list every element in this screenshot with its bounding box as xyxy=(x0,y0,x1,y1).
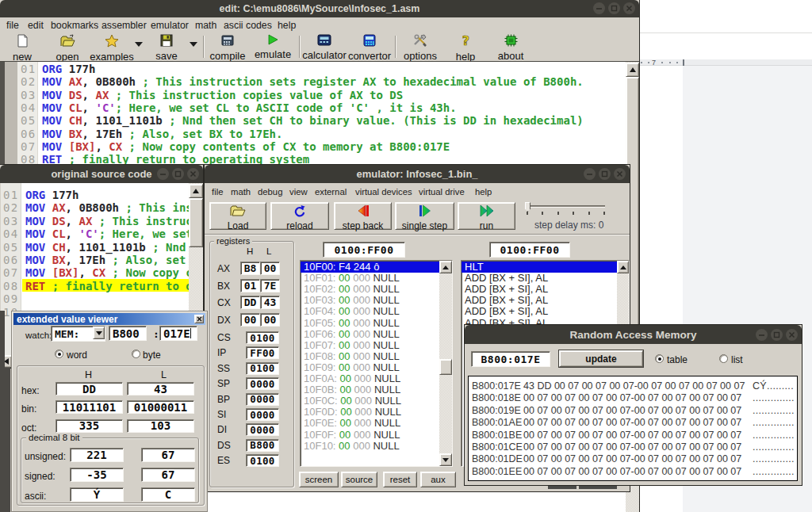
screen-button[interactable]: screen xyxy=(299,472,339,487)
segment-field[interactable]: B800 xyxy=(109,326,147,341)
emulator-menu-debug[interactable]: debug xyxy=(258,187,282,197)
single-step-button[interactable]: single step xyxy=(395,202,454,230)
minimize-icon[interactable] xyxy=(584,168,596,180)
edit-menu-bookmarks[interactable]: bookmarks xyxy=(51,20,98,31)
close-icon[interactable] xyxy=(194,315,204,323)
scroll-up-icon[interactable] xyxy=(189,184,203,198)
reload-button[interactable]: reload xyxy=(270,202,329,230)
word-radio[interactable] xyxy=(55,350,63,358)
ram-row-1[interactable]: B800:018E00 07 00 07 00 07 00 07-00 07 0… xyxy=(469,392,797,404)
step-back-button[interactable]: step back xyxy=(334,202,392,230)
disasm-row-2[interactable]: ADD [BX + SI], AL xyxy=(462,284,629,295)
memory-row-10[interactable]: 10F0A: 00 000 NULL xyxy=(301,373,452,384)
scroll-up-icon[interactable] xyxy=(617,261,629,273)
source-button[interactable]: source xyxy=(341,472,377,487)
Load-button[interactable]: Load xyxy=(209,202,266,230)
viewer-signed-l-field[interactable]: 67 xyxy=(141,468,195,482)
viewer-unsigned-l-field[interactable]: 67 xyxy=(141,448,195,462)
register-CX-h-field[interactable]: DD xyxy=(240,296,260,309)
close-icon[interactable] xyxy=(623,2,635,14)
memory-row-6[interactable]: 10F06: 00 000 NULL xyxy=(301,329,452,340)
memory-row-9[interactable]: 10F09: 00 000 NULL xyxy=(301,362,452,373)
memory-row-14[interactable]: 10F0E: 00 000 NULL xyxy=(301,418,452,429)
register-DX-h-field[interactable]: 00 xyxy=(240,313,260,327)
ram-row-5[interactable]: B800:01CE00 07 00 07 00 07 00 07-00 07 0… xyxy=(469,441,797,453)
register-ES-field[interactable]: 0100 xyxy=(246,454,279,467)
emulator-menu-virtual-devices[interactable]: virtual devices xyxy=(355,187,412,197)
maximize-icon[interactable] xyxy=(599,168,611,180)
register-SP-field[interactable]: 0000 xyxy=(246,377,279,390)
disasm-row-4[interactable]: ADD [BX + SI], AL xyxy=(462,306,629,317)
edit-titlebar[interactable]: edit: C:\emu8086\MySource\Infosec_1.asm xyxy=(0,0,639,17)
edit-menu-math[interactable]: math xyxy=(195,20,216,31)
viewer-bin-h-field[interactable]: 11011101 xyxy=(56,400,123,414)
memory-list[interactable]: 10F00: F4 244 ô10F01: 00 000 NULL10F02: … xyxy=(300,260,453,467)
emulator-menu-virtual-drive[interactable]: virtual drive xyxy=(419,187,465,197)
memory-row-7[interactable]: 10F07: 00 000 NULL xyxy=(301,340,452,351)
viewer-oct-h-field[interactable]: 335 xyxy=(56,419,123,433)
viewer-hex-h-field[interactable]: DD xyxy=(56,382,123,395)
edit-menu-ascii-codes[interactable]: ascii codes xyxy=(224,20,272,31)
register-IP-field[interactable]: FF00 xyxy=(246,346,279,359)
emulator-menu-file[interactable]: file xyxy=(212,187,223,197)
emulator-menu-math[interactable]: math xyxy=(231,187,251,197)
source-titlebar[interactable]: original source code xyxy=(0,165,203,183)
ram-address-field[interactable]: B800:017E xyxy=(471,351,550,367)
viewer-hex-l-field[interactable]: 43 xyxy=(127,382,194,395)
reset-button[interactable]: reset xyxy=(383,472,417,487)
scroll-down-icon[interactable] xyxy=(439,453,452,466)
memory-address-field[interactable]: 0100:FF00 xyxy=(323,242,405,258)
memory-row-16[interactable]: 10F10: 00 000 NULL xyxy=(301,441,452,452)
viewer-oct-l-field[interactable]: 103 xyxy=(127,419,194,433)
disasm-row-3[interactable]: ADD [BX + SI], AL xyxy=(462,295,629,306)
memory-row-1[interactable]: 10F01: 00 000 NULL xyxy=(301,273,452,284)
register-AX-l-field[interactable]: 00 xyxy=(260,262,280,275)
save-button[interactable]: save xyxy=(139,34,194,60)
disasm-row-0[interactable]: HLT xyxy=(462,262,629,273)
offset-field[interactable]: 017E xyxy=(159,326,197,341)
source-vscroll-thumb[interactable] xyxy=(189,198,203,247)
memory-row-3[interactable]: 10F03: 00 000 NULL xyxy=(301,295,452,306)
maximize-icon[interactable] xyxy=(608,2,620,14)
emulator-menu-help[interactable]: help xyxy=(475,187,492,197)
ram-titlebar[interactable]: Random Access Memory xyxy=(465,325,802,344)
emulator-menu-external[interactable]: external xyxy=(315,187,347,197)
memory-row-8[interactable]: 10F08: 00 000 NULL xyxy=(301,351,452,362)
ram-row-2[interactable]: B800:019E00 07 00 07 00 07 00 07-00 07 0… xyxy=(469,405,797,417)
memory-row-11[interactable]: 10F0B: 00 000 NULL xyxy=(301,384,452,395)
register-CS-field[interactable]: 0100 xyxy=(246,331,279,344)
register-BX-h-field[interactable]: 01 xyxy=(240,279,260,292)
scroll-up-icon[interactable] xyxy=(439,261,452,273)
minimize-icon[interactable] xyxy=(756,329,768,341)
emulate-button[interactable]: emulate xyxy=(245,34,301,60)
ram-row-4[interactable]: B800:01BE00 07 00 07 00 07 00 07-00 07 0… xyxy=(469,430,797,441)
register-CX-l-field[interactable]: 43 xyxy=(260,296,280,309)
ram-row-0[interactable]: B800:017E43 DD 00 07 00 07 00 07-00 07 0… xyxy=(469,380,797,392)
update-button[interactable]: update xyxy=(559,350,643,367)
maximize-icon[interactable] xyxy=(771,329,783,341)
edit-menu-emulator[interactable]: emulator xyxy=(151,20,189,31)
register-DX-l-field[interactable]: 00 xyxy=(260,313,280,327)
slider-thumb[interactable] xyxy=(525,202,530,212)
memory-row-12[interactable]: 10F0C: 00 000 NULL xyxy=(301,395,452,407)
ram-row-6[interactable]: B800:01DE00 07 00 07 00 07 00 07-00 07 0… xyxy=(469,453,797,465)
memory-row-0[interactable]: 10F00: F4 244 ô xyxy=(301,262,452,273)
byte-radio[interactable] xyxy=(132,350,140,358)
table-radio[interactable] xyxy=(655,354,664,363)
viewer-bin-l-field[interactable]: 01000011 xyxy=(127,400,194,414)
about-button[interactable]: about xyxy=(483,34,538,60)
ram-row-3[interactable]: B800:01AE00 07 00 07 00 07 00 07-00 07 0… xyxy=(469,417,797,429)
edit-menu-help[interactable]: help xyxy=(278,20,296,31)
maximize-icon[interactable] xyxy=(172,168,184,180)
register-SI-field[interactable]: 0000 xyxy=(246,408,279,421)
register-DI-field[interactable]: 0000 xyxy=(246,423,279,436)
disasm-address-field[interactable]: 0100:FF00 xyxy=(489,242,570,258)
register-AX-h-field[interactable]: B8 xyxy=(240,262,260,275)
viewer-ascii-l-field[interactable]: C xyxy=(141,487,195,502)
close-icon[interactable] xyxy=(786,329,798,341)
watch-type-select[interactable]: MEM: xyxy=(51,326,105,342)
edit-menu-file[interactable]: file xyxy=(6,20,19,31)
minimize-icon[interactable] xyxy=(593,2,605,14)
viewer-signed-h-field[interactable]: -35 xyxy=(70,468,124,482)
memory-scroll-thumb[interactable] xyxy=(439,359,452,375)
